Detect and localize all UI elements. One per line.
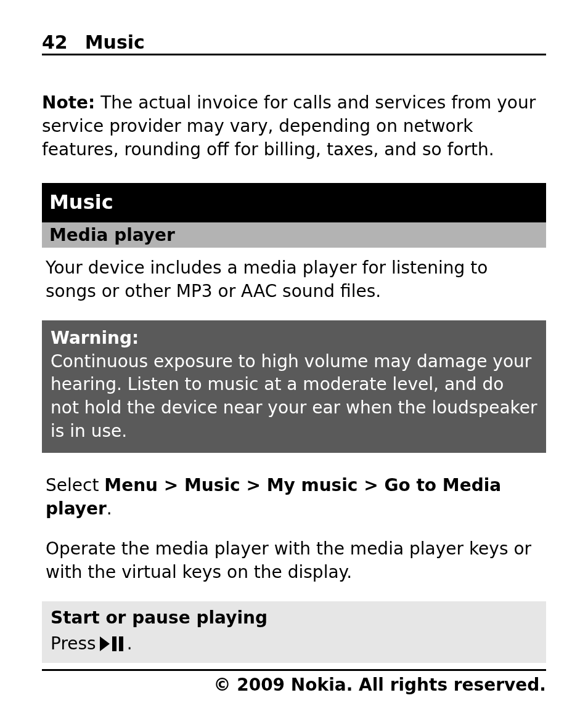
page-title: Music xyxy=(85,32,145,52)
nav-sep: > xyxy=(357,475,384,495)
nav-suffix: . xyxy=(107,498,112,519)
nav-sep: > xyxy=(240,475,267,495)
page-footer: © 2009 Nokia. All rights reserved. xyxy=(42,669,546,695)
note-text: The actual invoice for calls and service… xyxy=(42,92,536,160)
svg-marker-0 xyxy=(100,636,110,651)
svg-rect-1 xyxy=(112,636,116,651)
section-subheading-media-player: Media player xyxy=(42,222,546,248)
navigation-path: Select Menu > Music > My music > Go to M… xyxy=(42,474,546,521)
nav-sep: > xyxy=(158,475,184,495)
start-pause-title: Start or pause playing xyxy=(51,606,537,630)
note-paragraph: Note: The actual invoice for calls and s… xyxy=(42,91,546,161)
media-player-intro: Your device includes a media player for … xyxy=(42,256,546,303)
svg-rect-2 xyxy=(119,636,123,651)
nav-item-menu: Menu xyxy=(104,475,158,495)
page-header: 42 Music xyxy=(42,32,546,55)
play-pause-icon xyxy=(100,636,123,651)
warning-text: Continuous exposure to high volume may d… xyxy=(51,351,537,441)
warning-box: Warning: Continuous exposure to high vol… xyxy=(42,320,546,453)
nav-item-music: Music xyxy=(184,475,240,495)
warning-title: Warning: xyxy=(51,327,537,350)
press-prefix: Press xyxy=(51,632,96,656)
page-number: 42 xyxy=(42,32,68,52)
note-label: Note: xyxy=(42,92,95,113)
page-content: Note: The actual invoice for calls and s… xyxy=(42,91,546,663)
start-pause-box: Start or pause playing Press . xyxy=(42,601,546,663)
nav-item-my-music: My music xyxy=(267,475,358,495)
document-page: 42 Music Note: The actual invoice for ca… xyxy=(0,0,588,727)
press-line: Press . xyxy=(51,632,537,656)
section-heading-music: Music xyxy=(42,183,546,222)
press-suffix: . xyxy=(127,632,133,656)
operate-paragraph: Operate the media player with the media … xyxy=(42,537,546,584)
nav-prefix: Select xyxy=(46,475,104,495)
